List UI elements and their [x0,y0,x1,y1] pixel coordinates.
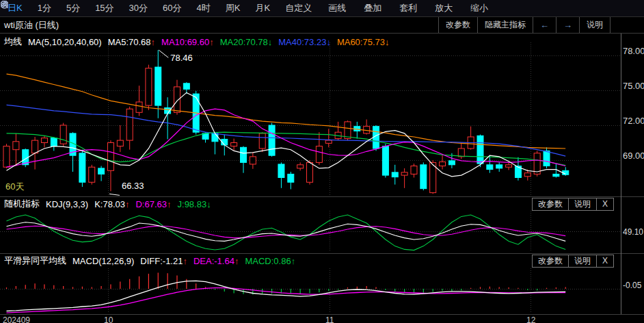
toolbar: 日K1分5分15分30分60分4时周K月K自定义画线叠加¥套利放大缩小 [0,0,644,17]
indicator-label: MA(5,10,20,40,60) [28,37,102,47]
x-axis-label: 10 [104,315,113,323]
hide-main-indicator-button[interactable]: 隐藏主指标 [477,17,533,33]
low-price-annotation: 66.33 [122,181,144,191]
period-tab-30分[interactable]: 30分 [122,2,155,14]
help-button[interactable]: 说明 [568,198,596,210]
period-label: 60天 [5,181,24,192]
indicator-label: 平滑异同平均线 [4,255,66,267]
tool-button-叠加[interactable]: 叠加 [355,2,390,14]
titlebar-buttons: 改参数隐藏主指标←→说明 [438,17,611,33]
indicator-label: KDJ(9,3,3) [46,199,88,209]
price-axis-label: 72.00 [623,116,644,126]
change-params-button[interactable]: 改参数 [438,17,477,33]
kdj-axis-label: 49.10 [623,227,643,237]
indicator-value: K:78.03↑ [94,199,129,209]
indicator-value: MA60:75.73↓ [337,37,390,47]
period-tab-自定义[interactable]: 自定义 [278,2,319,14]
tool-button-缩小[interactable]: 缩小 [461,2,497,14]
indicator-value: MA40:73.23↓ [278,37,331,47]
close-button[interactable]: X [596,198,613,210]
x-axis-label: 202409 [3,315,30,323]
high-price-annotation: 78.46 [170,53,193,63]
change-params-button[interactable]: 改参数 [533,255,568,267]
help-button[interactable]: 说明 [568,255,596,267]
period-tab-1分[interactable]: 1分 [30,2,59,14]
trading-app-window: 78.4666.3360天78.0075.0072.0069.0049.10-0… [0,0,644,323]
chart-title: wti原油 (日线) [0,19,59,31]
indicator-value: MA10:69.60↑ [161,37,214,47]
indicator-value: J:98.83↓ [178,199,211,209]
tool-button-画线[interactable]: 画线 [319,2,355,14]
indicator-value: DIFF:-1.21↑ [140,256,187,266]
zoom-out-icon [0,0,9,9]
kdj-indicator-header: 随机指标KDJ(9,3,3)K:78.03↑D:67.63↑J:98.83↓ [4,198,217,209]
indicator-value: DEA:-1.64↑ [193,256,239,266]
indicator-label: 均线 [4,36,22,48]
next-button[interactable]: → [556,17,579,33]
period-tab-15分[interactable]: 15分 [88,2,121,14]
ma-indicator-header: 均线MA(5,10,20,40,60)MA5:70.68↑MA10:69.60↑… [4,36,396,47]
price-axis-label: 69.00 [623,151,644,161]
x-axis-label: 11 [325,315,334,323]
period-tab-4时[interactable]: 4时 [189,2,218,14]
macd-buttons: 改参数说明X [532,255,614,268]
indicator-value: D:67.63↑ [135,199,171,209]
kdj-buttons: 改参数说明X [532,198,614,211]
indicator-value: MACD:0.86↑ [245,256,295,266]
help-button[interactable]: 说明 [579,17,611,33]
prev-button[interactable]: ← [533,17,556,33]
tool-button-放大[interactable]: 放大 [426,2,461,14]
change-params-button[interactable]: 改参数 [533,198,568,210]
macd-indicator-header: 平滑异同平均线MACD(12,26,9)DIFF:-1.21↑DEA:-1.64… [4,255,301,266]
indicator-label: 随机指标 [4,198,40,210]
chart-canvas[interactable]: 78.4666.3360天78.0075.0072.0069.0049.10-0… [0,0,644,323]
close-button[interactable]: X [596,255,613,267]
indicator-label: MACD(12,26,9) [72,256,134,266]
period-tab-5分[interactable]: 5分 [59,2,88,14]
period-tab-月K[interactable]: 月K [247,2,278,14]
tool-button-套利[interactable]: ¥套利 [390,2,426,14]
macd-axis-label: -0.05 [623,281,642,290]
period-tab-周K[interactable]: 周K [218,2,248,14]
price-axis-label: 78.00 [623,46,644,56]
x-axis-label: 12 [526,315,535,323]
indicator-value: MA20:70.78↓ [220,37,273,47]
price-axis-label: 75.00 [623,81,644,91]
period-tab-60分[interactable]: 60分 [155,2,189,14]
titlebar: wti原油 (日线) 改参数隐藏主指标←→说明 [0,17,644,34]
indicator-value: MA5:70.68↑ [108,37,155,47]
